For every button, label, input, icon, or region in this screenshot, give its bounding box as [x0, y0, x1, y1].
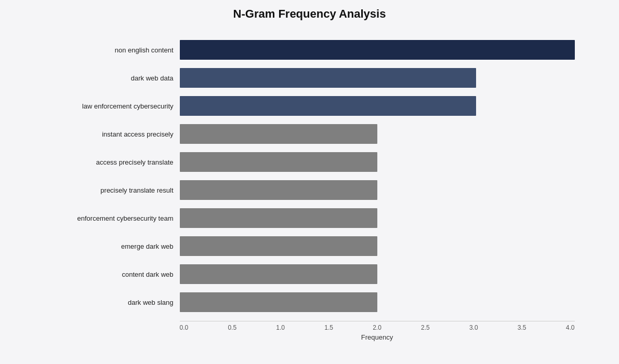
bar-fill: [180, 292, 377, 312]
bar-label: enforcement cybersecurity team: [45, 214, 180, 222]
bar-row: dark web slang: [45, 289, 575, 316]
bar-fill: [180, 124, 377, 144]
bar-row: dark web data: [45, 64, 575, 91]
bar-row: precisely translate result: [45, 177, 575, 204]
bar-fill: [180, 180, 377, 200]
bar-track: [180, 96, 575, 116]
x-axis-label: Frequency: [180, 333, 575, 341]
bar-row: enforcement cybersecurity team: [45, 205, 575, 232]
bar-row: emerge dark web: [45, 233, 575, 260]
bar-fill: [180, 96, 476, 116]
bar-row: content dark web: [45, 261, 575, 288]
x-ticks: 0.00.51.01.52.02.53.03.54.0: [180, 324, 575, 331]
bar-fill: [180, 68, 476, 88]
bar-label: precisely translate result: [45, 186, 180, 194]
bar-fill: [180, 236, 377, 256]
x-tick: 1.0: [276, 324, 285, 331]
bar-track: [180, 152, 575, 172]
x-tick: 3.5: [518, 324, 526, 331]
x-axis-line: [180, 321, 575, 321]
bar-row: instant access precisely: [45, 120, 575, 147]
bar-label: instant access precisely: [45, 130, 180, 138]
chart-area: non english contentdark web datalaw enfo…: [45, 36, 575, 317]
bar-label: access precisely translate: [45, 158, 180, 166]
bar-track: [180, 208, 575, 228]
x-tick: 2.5: [421, 324, 430, 331]
x-tick: 3.0: [469, 324, 478, 331]
x-tick: 4.0: [566, 324, 575, 331]
bar-label: law enforcement cybersecurity: [45, 102, 180, 110]
bar-fill: [180, 40, 575, 60]
bar-label: non english content: [45, 46, 180, 54]
bar-label: dark web data: [45, 74, 180, 82]
bar-track: [180, 236, 575, 256]
chart-title: N-Gram Frequency Analysis: [45, 7, 575, 21]
bar-track: [180, 292, 575, 312]
bar-row: law enforcement cybersecurity: [45, 92, 575, 119]
bar-fill: [180, 264, 377, 284]
x-tick: 1.5: [324, 324, 333, 331]
bar-label: dark web slang: [45, 299, 180, 306]
bar-label: content dark web: [45, 271, 180, 278]
chart-container: N-Gram Frequency Analysis non english co…: [24, 0, 596, 364]
bar-track: [180, 68, 575, 88]
x-tick: 0.0: [180, 324, 189, 331]
bar-track: [180, 124, 575, 144]
bar-label: emerge dark web: [45, 242, 180, 250]
bar-row: non english content: [45, 36, 575, 63]
x-tick: 2.0: [373, 324, 381, 331]
bar-track: [180, 180, 575, 200]
bar-row: access precisely translate: [45, 149, 575, 176]
bar-track: [180, 40, 575, 60]
bar-track: [180, 264, 575, 284]
x-tick: 0.5: [228, 324, 236, 331]
x-axis: 0.00.51.01.52.02.53.03.54.0: [180, 321, 575, 331]
bar-fill: [180, 152, 377, 172]
bar-fill: [180, 208, 377, 228]
